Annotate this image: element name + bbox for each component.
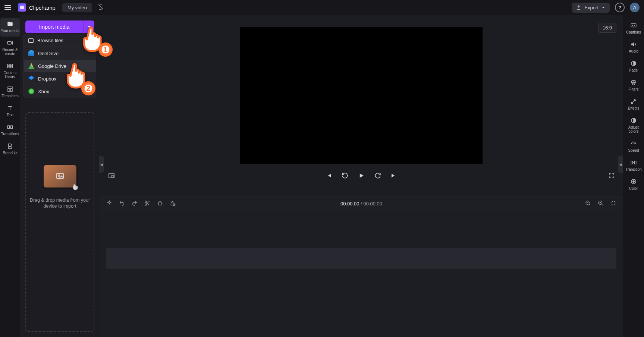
right-transition[interactable]: Transition bbox=[623, 157, 644, 175]
xbox-icon bbox=[28, 88, 34, 94]
google-drive-icon bbox=[28, 63, 34, 69]
media-drop-zone[interactable]: Drag & drop media from your device to im… bbox=[25, 112, 94, 332]
svg-point-14 bbox=[58, 175, 60, 176]
zoom-out-button[interactable] bbox=[585, 200, 591, 208]
hamburger-menu[interactable] bbox=[4, 4, 11, 11]
svg-rect-16 bbox=[111, 176, 114, 177]
right-color[interactable]: Color bbox=[623, 176, 644, 194]
image-icon bbox=[56, 172, 65, 181]
timeline[interactable] bbox=[100, 211, 623, 337]
camera-icon bbox=[6, 40, 14, 46]
import-media-button[interactable]: Import media bbox=[25, 21, 83, 33]
forward-button[interactable] bbox=[374, 172, 381, 181]
effects-icon bbox=[630, 98, 637, 105]
aspect-ratio-chip[interactable]: 16:9 bbox=[598, 23, 616, 33]
svg-rect-6 bbox=[10, 66, 13, 68]
app-logo-icon bbox=[18, 3, 26, 12]
magic-fix-button[interactable] bbox=[106, 200, 112, 208]
center-area: 16:9 bbox=[100, 15, 623, 337]
transitions-icon bbox=[6, 124, 14, 130]
hand-grab-icon bbox=[71, 182, 79, 190]
folder-icon bbox=[6, 21, 14, 27]
svg-rect-10 bbox=[7, 126, 9, 129]
onedrive-icon bbox=[28, 50, 34, 56]
text-icon bbox=[6, 105, 14, 111]
svg-rect-5 bbox=[7, 66, 10, 68]
speed-icon bbox=[630, 140, 637, 147]
timeline-toolbar: 00:00.00 / 00:00.00 bbox=[100, 196, 623, 211]
skip-back-button[interactable] bbox=[326, 172, 332, 180]
svg-rect-0 bbox=[20, 6, 24, 9]
chevron-down-icon bbox=[601, 6, 605, 9]
redo-button[interactable] bbox=[132, 200, 138, 208]
svg-rect-23 bbox=[631, 24, 636, 27]
nav-templates[interactable]: Templates bbox=[0, 84, 20, 102]
upload-icon bbox=[576, 5, 581, 10]
avatar[interactable]: A bbox=[630, 3, 640, 12]
right-captions[interactable]: Captions bbox=[623, 20, 644, 38]
svg-rect-7 bbox=[8, 87, 12, 88]
media-panel: Import media Browse files OneDrive Googl… bbox=[20, 15, 100, 337]
play-button[interactable] bbox=[358, 172, 365, 181]
import-media-chevron[interactable] bbox=[83, 21, 94, 33]
nav-record-create[interactable]: Record & create bbox=[0, 37, 20, 60]
right-speed[interactable]: Speed bbox=[623, 138, 644, 156]
contrast-icon bbox=[630, 117, 637, 124]
dropdown-dropbox[interactable]: Dropbox bbox=[24, 72, 96, 85]
split-button[interactable] bbox=[144, 200, 150, 208]
zoom-in-button[interactable] bbox=[598, 200, 604, 208]
zoom-fit-button[interactable] bbox=[610, 200, 616, 208]
undo-button[interactable] bbox=[119, 200, 125, 208]
dropbox-icon bbox=[28, 76, 34, 82]
preview-canvas bbox=[240, 27, 483, 164]
brand-icon bbox=[6, 143, 14, 149]
nav-brand-kit[interactable]: Brand kit bbox=[0, 141, 20, 159]
gallery-icon bbox=[6, 63, 14, 69]
fullscreen-button[interactable] bbox=[608, 172, 615, 180]
nav-transitions[interactable]: Transitions bbox=[0, 122, 20, 140]
svg-point-12 bbox=[10, 146, 11, 147]
skip-forward-button[interactable] bbox=[390, 172, 397, 180]
right-audio[interactable]: Audio bbox=[623, 39, 644, 57]
drop-zone-thumb bbox=[44, 165, 76, 188]
svg-point-18 bbox=[145, 204, 147, 205]
templates-icon bbox=[6, 86, 14, 92]
nav-content-library[interactable]: Content library bbox=[0, 60, 20, 83]
svg-point-32 bbox=[633, 181, 635, 183]
drop-zone-text: Drag & drop media from your device to im… bbox=[26, 197, 94, 209]
right-fade[interactable]: Fade bbox=[623, 58, 644, 76]
color-icon bbox=[630, 178, 637, 185]
timeline-lane[interactable] bbox=[106, 248, 616, 269]
fade-icon bbox=[630, 60, 637, 67]
sync-status-icon bbox=[97, 3, 104, 12]
chevron-down-icon bbox=[87, 25, 91, 29]
audio-icon bbox=[630, 41, 637, 48]
svg-point-17 bbox=[145, 201, 147, 202]
dropdown-browse-files[interactable]: Browse files bbox=[24, 34, 96, 47]
svg-rect-11 bbox=[11, 126, 13, 129]
help-icon[interactable]: ? bbox=[615, 3, 625, 12]
right-filters[interactable]: Filters bbox=[623, 77, 644, 95]
right-effects[interactable]: Effects bbox=[623, 96, 644, 114]
dropdown-xbox[interactable]: Xbox bbox=[24, 85, 96, 98]
project-name-chip[interactable]: My video bbox=[62, 3, 92, 12]
transition-icon bbox=[630, 159, 637, 166]
nav-your-media[interactable]: Your media bbox=[0, 18, 20, 37]
dropdown-onedrive[interactable]: OneDrive bbox=[24, 47, 96, 60]
timecode-display: 00:00.00 / 00:00.00 bbox=[340, 201, 382, 207]
collapse-right-panel[interactable]: ◀ bbox=[618, 156, 623, 173]
lock-add-button[interactable] bbox=[170, 200, 176, 208]
svg-rect-9 bbox=[10, 89, 12, 91]
picture-in-picture-icon[interactable] bbox=[108, 172, 115, 181]
nav-text[interactable]: Text bbox=[0, 103, 20, 121]
export-button[interactable]: Export bbox=[572, 3, 610, 13]
filters-icon bbox=[630, 79, 637, 86]
rewind-button[interactable] bbox=[341, 172, 349, 181]
header-bar: Clipchamp My video Export ? A bbox=[0, 0, 644, 15]
app-name: Clipchamp bbox=[29, 4, 56, 11]
svg-point-27 bbox=[632, 82, 635, 85]
delete-button[interactable] bbox=[157, 200, 163, 208]
right-adjust-colors[interactable]: Adjust colors bbox=[623, 115, 644, 137]
collapse-media-panel[interactable]: ◀ bbox=[99, 156, 104, 173]
dropdown-google-drive[interactable]: Google Drive bbox=[24, 60, 96, 72]
